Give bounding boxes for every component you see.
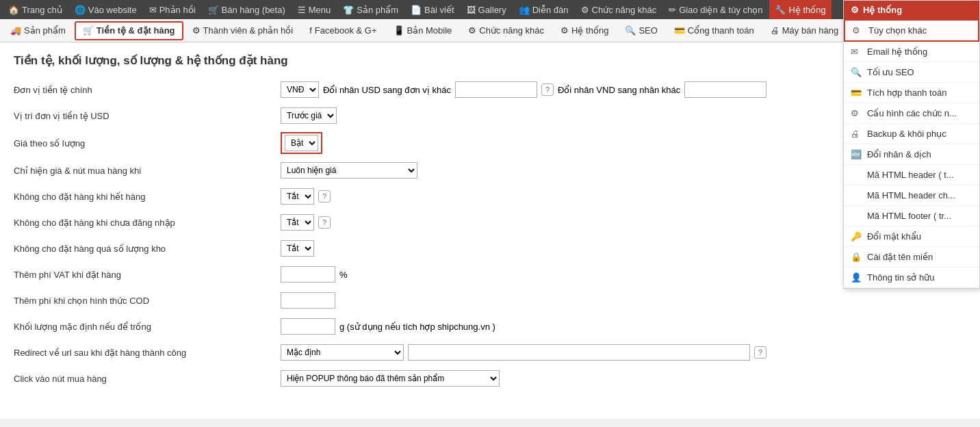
form-row: Không cho đặt hàng khi chưa đăng nhập Tắ… [14, 213, 966, 232]
redirect-url-input[interactable] [408, 344, 750, 361]
simple-select[interactable]: TắtBật [281, 240, 314, 257]
top-nav-item[interactable]: 🌐Vào website [69, 0, 142, 19]
tat-bat-select[interactable]: TắtBật [281, 214, 314, 231]
second-nav-item[interactable]: 🛒Tiền tệ & đặt hàng [75, 21, 183, 40]
dropdown-menu-item[interactable]: 🔍Tối ưu SEO [844, 62, 979, 83]
form-row: Thêm phí khi chọn hình thức COD [14, 291, 966, 310]
dropdown-menu-item[interactable]: 🔒Cài đặt tên miền [844, 247, 979, 268]
top-nav-item[interactable]: 📄Bài viết [405, 0, 459, 19]
second-nav-item[interactable]: 🖨Máy bán hàng [763, 21, 846, 40]
dropdown-menu-item[interactable]: 🔤Đổi nhân & dịch [844, 144, 979, 165]
dropdown-menu-item[interactable]: ⚙Tùy chọn khác [844, 19, 979, 42]
dropdown-item-label: Email hệ thống [867, 47, 927, 57]
click-action-select[interactable]: Hiện POPUP thông báo đã thêm sản phẩmChu… [281, 370, 500, 387]
nav-label: Giao diện & tùy chọn [679, 5, 762, 15]
dropdown-item-label: Đổi nhân & dịch [867, 149, 931, 159]
dropdown-menu-item[interactable]: ⚙Cấu hình các chức n... [844, 103, 979, 124]
second-nav-item[interactable]: ⚙Hệ thống [553, 21, 616, 40]
nav-label: Máy bán hàng [782, 25, 838, 36]
nav-icon: 👥 [519, 5, 530, 15]
nav-label: Sản phẩm [357, 5, 398, 15]
nav-icon: 🔍 [625, 25, 636, 36]
usd-rate-input[interactable] [455, 81, 537, 98]
second-nav-item[interactable]: ⚙Chức năng khác [461, 21, 552, 40]
nav-label: Hệ thống [571, 25, 608, 36]
second-nav-item[interactable]: 📱Bản Mobile [386, 21, 460, 40]
nav-icon: 📄 [411, 5, 422, 15]
dropdown-menu-item[interactable]: 🔑Đổi mật khẩu [844, 227, 979, 247]
form-label: Khối lượng mặc định nếu để trống [14, 322, 281, 332]
form-label: Không cho đặt hàng quá số lượng kho [14, 244, 281, 254]
wide-select[interactable]: Luôn hiện giáKhi đăng nhậpẨn giá [281, 162, 417, 179]
form-control-area: TắtBật [281, 240, 314, 257]
second-nav-item[interactable]: fFacebook & G+ [302, 21, 384, 40]
form-row: Đơn vị tiền tệ chính VNĐUSDEUR Đổi nhân … [14, 80, 966, 99]
dropdown-item-icon: ✉ [851, 47, 862, 57]
second-nav-item[interactable]: ⚙Thành viên & phản hồi [185, 21, 301, 40]
top-nav-item[interactable]: ✉Phản hồi [144, 0, 201, 19]
dropdown-item-icon: 🔑 [851, 231, 862, 242]
dropdown-menu-item[interactable]: 👤Thông tin sở hữu [844, 268, 979, 288]
question-badge[interactable]: ? [541, 83, 554, 96]
page-title: Tiền tệ, khối lượng, số lượng & hệ thống… [14, 53, 966, 68]
nav-icon: 🚚 [10, 25, 21, 36]
top-nav-item[interactable]: 👕Sản phẩm [337, 0, 404, 19]
form-row: Khối lượng mặc định nếu để trống g (sử d… [14, 317, 966, 336]
nav-icon: 🔧 [775, 5, 786, 15]
form-control-area: TắtBật ? [281, 214, 331, 231]
dropdown-item-label: Đổi mật khẩu [867, 231, 921, 242]
nav-label: Thành viên & phản hồi [203, 25, 294, 36]
top-nav-item[interactable]: 🔧Hệ thống [769, 0, 831, 19]
top-nav-item[interactable]: 🖼Gallery [461, 0, 512, 19]
nav-label: Bài viết [424, 5, 454, 15]
form-label: Thêm phí khi chọn hình thức COD [14, 296, 281, 306]
second-nav-item[interactable]: 💳Cổng thanh toán [667, 21, 762, 40]
top-nav-item[interactable]: ☰Menu [292, 0, 337, 19]
nav-icon: 🖼 [467, 5, 476, 15]
help-badge[interactable]: ? [318, 216, 331, 229]
label2: Đổi nhân USD sang đơn vị khác [323, 85, 451, 95]
dropdown-item-icon: 🔍 [851, 67, 862, 77]
form-control-area: Luôn hiện giáKhi đăng nhậpẨn giá [281, 162, 417, 179]
second-nav-item[interactable]: 🔍SEO [617, 21, 665, 40]
dropdown-menu-item[interactable]: Mã HTML header ( t... [844, 165, 979, 185]
form-row: Không cho đặt hàng quá số lượng kho TắtB… [14, 239, 966, 258]
redirect-select[interactable]: Mặc địnhURL khác [281, 344, 404, 361]
top-nav-item[interactable]: 🏠Trang chủ [3, 0, 68, 19]
vat-input[interactable] [281, 266, 335, 283]
top-nav-item[interactable]: 🛒Bán hàng (beta) [203, 0, 291, 19]
nav-icon: ✏ [669, 5, 676, 15]
form-row: Chỉ hiện giá & nút mua hàng khi Luôn hiệ… [14, 161, 966, 180]
nav-label: SEO [639, 25, 657, 36]
nav-icon: 👕 [343, 5, 354, 15]
form-label: Thêm phí VAT khi đặt hàng [14, 270, 281, 280]
form-row: Thêm phí VAT khi đặt hàng % [14, 265, 966, 284]
top-nav-item[interactable]: ✏Giao diện & tùy chọn [663, 0, 768, 19]
dropdown-menu-item[interactable]: Mã HTML footer ( tr... [844, 206, 979, 227]
nav-label: Menu [309, 5, 331, 15]
nav-icon: 🏠 [8, 5, 19, 15]
help-badge[interactable]: ? [318, 190, 331, 203]
second-nav-item[interactable]: 🚚Sản phẩm [3, 21, 73, 40]
dropdown-item-icon: 👤 [851, 272, 862, 283]
form-control-area: Hiện POPUP thông báo đã thêm sản phẩmChu… [281, 370, 500, 387]
help-badge[interactable]: ? [754, 346, 766, 359]
nav-label: Facebook & G+ [315, 25, 377, 36]
currency-select[interactable]: VNĐUSDEUR [281, 81, 319, 98]
weight-input[interactable] [281, 318, 335, 335]
form-label: Click vào nút mua hàng [14, 374, 281, 384]
top-nav-item[interactable]: 👥Diễn đàn [513, 0, 574, 19]
dropdown-item-label: Thông tin sở hữu [867, 272, 934, 283]
form-label: Không cho đặt hàng khi chưa đăng nhập [14, 218, 281, 228]
dropdown-menu-item[interactable]: ✉Email hệ thống [844, 42, 979, 62]
dropdown-menu-item[interactable]: 💳Tích hợp thanh toán [844, 83, 979, 103]
cod-fee-input[interactable] [281, 292, 335, 309]
vnd-rate-input[interactable] [684, 81, 766, 98]
dropdown-menu-item[interactable]: 🖨Backup & khôi phục [844, 124, 979, 144]
dropdown-menu-item[interactable]: Mã HTML header ch... [844, 185, 979, 206]
simple-select[interactable]: Trước giáSau giá [281, 107, 337, 124]
top-nav-item[interactable]: ⚙Chức năng khác [576, 0, 662, 19]
bat-tat-select[interactable]: BậtTắt [285, 135, 318, 151]
tat-bat-select[interactable]: TắtBật [281, 188, 314, 205]
percent-label: % [339, 270, 348, 280]
